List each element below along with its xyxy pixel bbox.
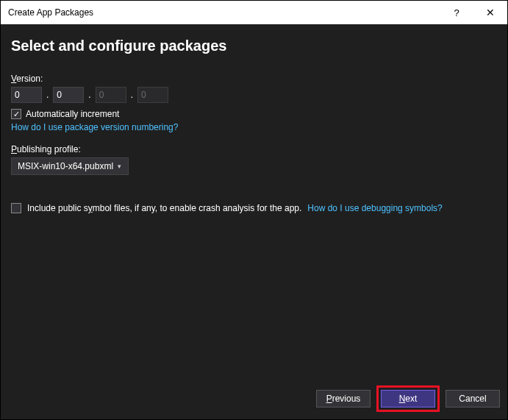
cancel-button[interactable]: Cancel xyxy=(446,390,500,407)
dropdown-value: MSIX-win10-x64.pubxml xyxy=(18,161,113,171)
version-major-input[interactable] xyxy=(11,87,42,103)
dot: . xyxy=(87,90,92,100)
page-title: Select and configure packages xyxy=(1,24,507,74)
version-numbering-link[interactable]: How do I use package version numbering? xyxy=(11,122,178,132)
help-button[interactable]: ? xyxy=(440,1,473,24)
version-build-input xyxy=(96,87,126,103)
next-button[interactable]: Next xyxy=(381,390,435,407)
publishing-profile-dropdown[interactable]: MSIX-win10-x64.pubxml ▾ xyxy=(11,157,129,175)
version-minor-input[interactable] xyxy=(53,87,84,103)
auto-increment-checkbox[interactable]: ✓ xyxy=(11,109,21,119)
publishing-section: Publishing profile: MSIX-win10-x64.pubxm… xyxy=(11,144,497,175)
form-area: Version: . . . ✓ Automatically increment… xyxy=(1,74,507,381)
version-row: . . . xyxy=(11,87,497,103)
publishing-label: Publishing profile: xyxy=(11,144,497,154)
version-label: Version: xyxy=(11,74,497,84)
auto-increment-row: ✓ Automatically increment xyxy=(11,109,497,119)
chevron-down-icon: ▾ xyxy=(118,163,121,170)
version-revision-input xyxy=(137,87,168,103)
symbol-files-checkbox[interactable]: ✓ xyxy=(11,203,21,213)
symbol-section: ✓ Include public symbol files, if any, t… xyxy=(11,203,497,213)
dot: . xyxy=(45,90,50,100)
window-title: Create App Packages xyxy=(8,7,440,18)
content-area: Select and configure packages Version: .… xyxy=(1,24,507,419)
dot: . xyxy=(129,90,135,100)
close-button[interactable]: ✕ xyxy=(473,1,507,24)
auto-increment-label: Automatically increment xyxy=(26,109,119,119)
footer: Previous Next Cancel xyxy=(1,381,507,419)
symbol-files-label: Include public symbol files, if any, to … xyxy=(27,203,301,213)
titlebar: Create App Packages ? ✕ xyxy=(1,1,507,24)
next-highlight: Next xyxy=(376,385,440,412)
previous-button[interactable]: Previous xyxy=(316,390,371,407)
debugging-symbols-link[interactable]: How do I use debugging symbols? xyxy=(307,203,442,213)
